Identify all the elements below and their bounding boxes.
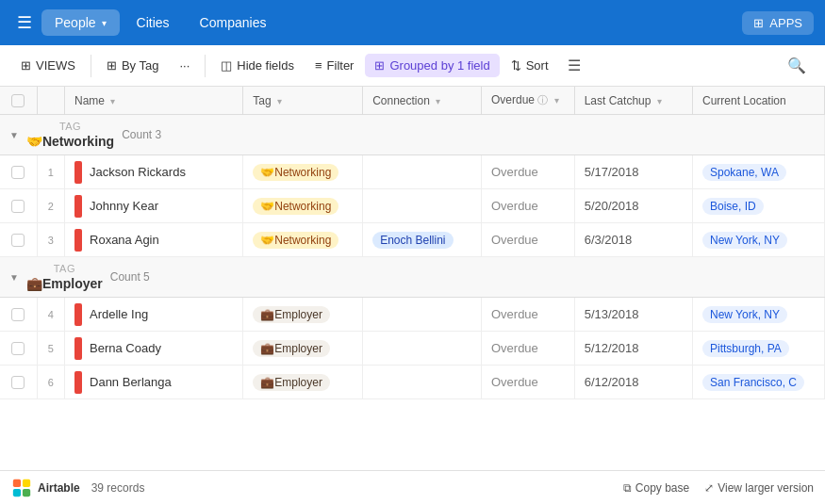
apps-button[interactable]: ⊞ APPS [742,11,814,35]
nav-tab-companies[interactable]: Companies [187,9,280,36]
col-name[interactable]: Name ▾ [65,87,243,115]
nav-tab-cities[interactable]: Cities [124,9,183,36]
location-chip: Spokane, WA [702,164,786,181]
row-location-cell[interactable]: Boise, ID [693,189,825,223]
row-checkbox[interactable] [11,376,25,389]
row-connection-cell[interactable]: Enoch Bellini [363,223,482,257]
row-location-cell[interactable]: Pittsburgh, PA [693,332,825,366]
collapse-icon[interactable]: ▼ [9,130,19,140]
row-checkbox[interactable] [11,234,25,247]
group-tag-label: TAG [26,263,103,274]
row-connection-cell[interactable] [363,189,482,223]
main-table: Name ▾ Tag ▾ Connection ▾ Overdue ⓘ ▾ [0,87,825,399]
tag-chip: 🤝Networking [253,198,338,215]
row-num-cell: 4 [37,298,64,332]
by-tag-button[interactable]: ⊞ By Tag [97,54,169,77]
name-filter-icon: ▾ [110,96,115,106]
col-overdue[interactable]: Overdue ⓘ ▾ [481,87,574,115]
row-connection-cell[interactable] [363,298,482,332]
overdue-filter-icon: ▾ [554,95,559,106]
row-name: Johnny Kear [90,199,158,213]
row-name-cell[interactable]: Dann Berlanga [65,366,243,399]
row-name-cell[interactable]: Ardelle Ing [65,298,243,332]
record-count: 39 records [91,481,145,495]
grouped-icon: ⊞ [374,58,385,73]
group-header-cell: ▼ TAG 💼Employer Count 5 [0,257,825,298]
row-tag-cell[interactable]: 🤝Networking [243,223,363,257]
row-indicator [74,195,82,218]
row-tag-cell[interactable]: 🤝Networking [243,189,363,223]
toolbar: ⊞ VIEWS ⊞ By Tag ··· ◫ Hide fields ≡ Fil… [0,45,825,87]
row-height-button[interactable]: ☰ [560,52,588,79]
row-name: Berna Coady [90,341,161,355]
row-name-cell[interactable]: Roxana Agin [65,223,243,257]
table-row[interactable]: 2 Johnny Kear 🤝Networking Overdue 5/20/2… [0,189,825,223]
copy-base-label: Copy base [635,481,689,495]
table-row[interactable]: 4 Ardelle Ing 💼Employer Overdue 5/13/201… [0,298,825,332]
sort-button[interactable]: ⇅ Sort [502,54,558,77]
row-tag-cell[interactable]: 💼Employer [243,366,363,399]
nav-tab-people-label: People [55,15,96,30]
col-current-location[interactable]: Current Location [693,87,825,115]
row-checkbox-cell [0,332,37,366]
filter-icon: ≡ [315,58,322,73]
row-tag-cell[interactable]: 💼Employer [243,332,363,366]
sort-icon: ⇅ [511,58,521,73]
row-connection-cell[interactable] [363,155,482,189]
select-all-checkbox[interactable] [11,94,25,107]
row-name: Ardelle Ing [90,307,148,321]
table-row[interactable]: 1 Jackson Rickards 🤝Networking Overdue 5… [0,155,825,189]
row-name-cell[interactable]: Berna Coady [65,332,243,366]
grouped-button[interactable]: ⊞ Grouped by 1 field [365,54,499,77]
row-connection-cell[interactable] [363,332,482,366]
row-location-cell[interactable]: Spokane, WA [693,155,825,189]
views-button[interactable]: ⊞ VIEWS [11,54,85,77]
footer-right: ⧉ Copy base ⤢ View larger version [623,481,814,495]
row-checkbox[interactable] [11,166,25,179]
hide-fields-button[interactable]: ◫ Hide fields [211,54,304,77]
nav-tab-companies-label: Companies [200,15,267,30]
row-location-cell[interactable]: New York, NY [693,223,825,257]
filter-button[interactable]: ≡ Filter [305,54,363,77]
table-row[interactable]: 6 Dann Berlanga 💼Employer Overdue 6/12/2… [0,366,825,399]
hide-fields-label: Hide fields [237,58,294,73]
col-last-catchup[interactable]: Last Catchup ▾ [574,87,692,115]
copy-base-link[interactable]: ⧉ Copy base [623,481,689,495]
svg-rect-3 [23,488,30,496]
row-catchup-cell: 5/20/2018 [574,189,692,223]
col-connection[interactable]: Connection ▾ [363,87,482,115]
row-tag-cell[interactable]: 💼Employer [243,298,363,332]
table-header: Name ▾ Tag ▾ Connection ▾ Overdue ⓘ ▾ [0,87,825,115]
tag-chip: 💼Employer [253,306,330,323]
col-tag[interactable]: Tag ▾ [243,87,363,115]
collapse-icon[interactable]: ▼ [9,272,19,283]
row-checkbox[interactable] [11,308,25,321]
row-checkbox[interactable] [11,200,25,213]
row-num-cell: 2 [37,189,64,223]
view-larger-link[interactable]: ⤢ View larger version [704,481,814,495]
col-num [37,87,64,115]
row-indicator [74,229,82,252]
row-name-cell[interactable]: Johnny Kear [65,189,243,223]
row-checkbox[interactable] [11,342,25,355]
group-header-employer[interactable]: ▼ TAG 💼Employer Count 5 [0,257,825,298]
more-button[interactable]: ··· [170,54,199,77]
row-overdue-cell: Overdue [481,189,574,223]
chevron-down-icon: ▾ [102,18,107,28]
row-indicator [74,337,82,360]
nav-tab-people[interactable]: People ▾ [41,9,120,36]
row-name: Roxana Agin [90,233,159,247]
hide-icon: ◫ [221,58,232,73]
row-connection-cell[interactable] [363,366,482,399]
table-row[interactable]: 3 Roxana Agin 🤝Networking Enoch Bellini … [0,223,825,257]
group-header-networking[interactable]: ▼ TAG 🤝Networking Count 3 [0,115,825,155]
row-location-cell[interactable]: San Francisco, C [693,366,825,399]
row-checkbox-cell [0,366,37,399]
hamburger-icon[interactable]: ☰ [11,7,38,39]
row-tag-cell[interactable]: 🤝Networking [243,155,363,189]
row-name-cell[interactable]: Jackson Rickards [65,155,243,189]
row-location-cell[interactable]: New York, NY [693,298,825,332]
table-row[interactable]: 5 Berna Coady 💼Employer Overdue 5/12/201… [0,332,825,366]
row-num-cell: 1 [37,155,64,189]
search-button[interactable]: 🔍 [780,52,814,79]
